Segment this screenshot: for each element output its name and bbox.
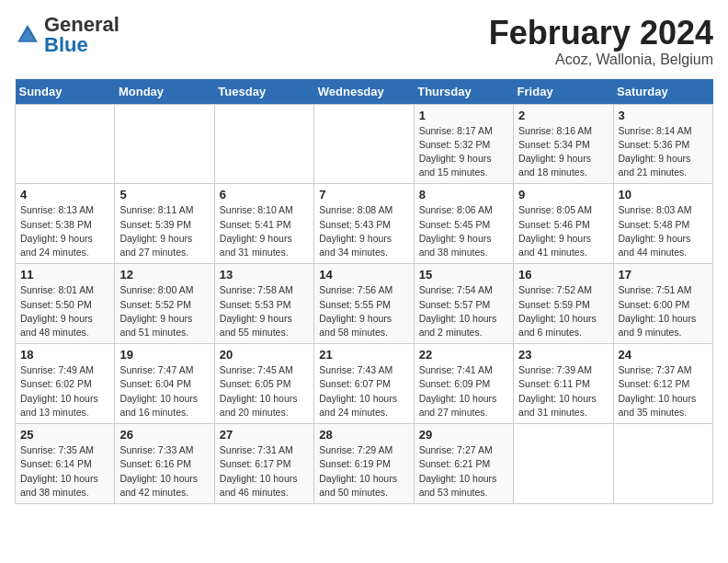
calendar-cell: 15Sunrise: 7:54 AM Sunset: 5:57 PM Dayli… bbox=[414, 264, 513, 344]
day-info: Sunrise: 7:56 AM Sunset: 5:55 PM Dayligh… bbox=[319, 283, 408, 339]
day-info: Sunrise: 7:33 AM Sunset: 6:16 PM Dayligh… bbox=[119, 443, 209, 500]
day-number: 24 bbox=[619, 348, 708, 362]
main-title: February 2024 bbox=[489, 15, 713, 52]
day-number: 16 bbox=[518, 268, 608, 282]
day-number: 9 bbox=[518, 188, 608, 201]
weekday-header: Wednesday bbox=[314, 79, 414, 105]
day-info: Sunrise: 7:52 AM Sunset: 5:59 PM Dayligh… bbox=[518, 283, 608, 339]
day-number: 11 bbox=[20, 268, 109, 282]
calendar-week-row: 25Sunrise: 7:35 AM Sunset: 6:14 PM Dayli… bbox=[16, 424, 713, 504]
weekday-header: Friday bbox=[514, 79, 613, 105]
calendar-cell: 7Sunrise: 8:08 AM Sunset: 5:43 PM Daylig… bbox=[314, 184, 414, 264]
logo-icon bbox=[15, 22, 40, 48]
calendar-cell: 3Sunrise: 8:14 AM Sunset: 5:36 PM Daylig… bbox=[613, 104, 712, 184]
calendar-cell bbox=[214, 104, 313, 184]
day-number: 12 bbox=[119, 268, 209, 282]
day-info: Sunrise: 7:35 AM Sunset: 6:14 PM Dayligh… bbox=[20, 443, 109, 500]
day-info: Sunrise: 8:05 AM Sunset: 5:46 PM Dayligh… bbox=[518, 203, 608, 259]
day-number: 8 bbox=[419, 188, 508, 201]
calendar-cell: 27Sunrise: 7:31 AM Sunset: 6:17 PM Dayli… bbox=[214, 424, 313, 504]
calendar-cell: 19Sunrise: 7:47 AM Sunset: 6:04 PM Dayli… bbox=[115, 344, 214, 424]
title-block: February 2024 Acoz, Wallonia, Belgium bbox=[489, 15, 713, 68]
calendar-week-row: 18Sunrise: 7:49 AM Sunset: 6:02 PM Dayli… bbox=[16, 344, 713, 424]
subtitle: Acoz, Wallonia, Belgium bbox=[489, 52, 713, 68]
calendar-cell: 6Sunrise: 8:10 AM Sunset: 5:41 PM Daylig… bbox=[214, 184, 313, 264]
calendar-week-row: 11Sunrise: 8:01 AM Sunset: 5:50 PM Dayli… bbox=[16, 264, 713, 344]
day-info: Sunrise: 7:43 AM Sunset: 6:07 PM Dayligh… bbox=[319, 363, 408, 419]
calendar-cell: 14Sunrise: 7:56 AM Sunset: 5:55 PM Dayli… bbox=[314, 264, 414, 344]
day-info: Sunrise: 8:00 AM Sunset: 5:52 PM Dayligh… bbox=[119, 283, 209, 339]
calendar-cell: 18Sunrise: 7:49 AM Sunset: 6:02 PM Dayli… bbox=[16, 344, 115, 424]
day-number: 2 bbox=[518, 109, 608, 122]
calendar-cell: 16Sunrise: 7:52 AM Sunset: 5:59 PM Dayli… bbox=[514, 264, 613, 344]
day-info: Sunrise: 7:49 AM Sunset: 6:02 PM Dayligh… bbox=[20, 363, 109, 419]
logo-blue: Blue bbox=[44, 33, 88, 56]
day-number: 29 bbox=[419, 428, 508, 442]
calendar-cell: 23Sunrise: 7:39 AM Sunset: 6:11 PM Dayli… bbox=[514, 344, 613, 424]
day-number: 10 bbox=[619, 188, 708, 201]
day-number: 27 bbox=[220, 428, 309, 442]
day-number: 20 bbox=[220, 348, 309, 362]
page-header: General Blue February 2024 Acoz, Walloni… bbox=[15, 15, 713, 68]
day-number: 14 bbox=[319, 268, 408, 282]
day-number: 26 bbox=[119, 428, 209, 442]
day-info: Sunrise: 8:06 AM Sunset: 5:45 PM Dayligh… bbox=[419, 203, 508, 259]
calendar-cell: 22Sunrise: 7:41 AM Sunset: 6:09 PM Dayli… bbox=[414, 344, 513, 424]
day-number: 13 bbox=[220, 268, 309, 282]
calendar-cell: 24Sunrise: 7:37 AM Sunset: 6:12 PM Dayli… bbox=[613, 344, 712, 424]
day-number: 25 bbox=[20, 428, 109, 442]
calendar-cell: 21Sunrise: 7:43 AM Sunset: 6:07 PM Dayli… bbox=[314, 344, 414, 424]
calendar-cell: 11Sunrise: 8:01 AM Sunset: 5:50 PM Dayli… bbox=[16, 264, 115, 344]
weekday-header-row: SundayMondayTuesdayWednesdayThursdayFrid… bbox=[16, 79, 713, 105]
day-info: Sunrise: 7:27 AM Sunset: 6:21 PM Dayligh… bbox=[419, 443, 508, 500]
day-info: Sunrise: 8:08 AM Sunset: 5:43 PM Dayligh… bbox=[319, 203, 408, 259]
calendar-cell: 8Sunrise: 8:06 AM Sunset: 5:45 PM Daylig… bbox=[414, 184, 513, 264]
calendar-week-row: 1Sunrise: 8:17 AM Sunset: 5:32 PM Daylig… bbox=[16, 104, 713, 184]
calendar-cell: 25Sunrise: 7:35 AM Sunset: 6:14 PM Dayli… bbox=[16, 424, 115, 504]
calendar-cell: 13Sunrise: 7:58 AM Sunset: 5:53 PM Dayli… bbox=[214, 264, 313, 344]
day-info: Sunrise: 7:51 AM Sunset: 6:00 PM Dayligh… bbox=[619, 283, 708, 339]
calendar-cell bbox=[314, 104, 414, 184]
day-number: 18 bbox=[20, 348, 109, 362]
day-info: Sunrise: 8:13 AM Sunset: 5:38 PM Dayligh… bbox=[20, 203, 109, 259]
logo: General Blue bbox=[15, 15, 119, 55]
weekday-header: Sunday bbox=[16, 79, 115, 105]
day-number: 5 bbox=[119, 188, 209, 201]
day-info: Sunrise: 8:14 AM Sunset: 5:36 PM Dayligh… bbox=[619, 124, 708, 180]
day-number: 21 bbox=[319, 348, 408, 362]
weekday-header: Monday bbox=[115, 79, 214, 105]
day-info: Sunrise: 7:45 AM Sunset: 6:05 PM Dayligh… bbox=[220, 363, 309, 419]
calendar-cell: 2Sunrise: 8:16 AM Sunset: 5:34 PM Daylig… bbox=[514, 104, 613, 184]
day-info: Sunrise: 8:01 AM Sunset: 5:50 PM Dayligh… bbox=[20, 283, 109, 339]
calendar-cell: 26Sunrise: 7:33 AM Sunset: 6:16 PM Dayli… bbox=[115, 424, 214, 504]
day-number: 6 bbox=[220, 188, 309, 201]
calendar-cell: 20Sunrise: 7:45 AM Sunset: 6:05 PM Dayli… bbox=[214, 344, 313, 424]
day-info: Sunrise: 7:47 AM Sunset: 6:04 PM Dayligh… bbox=[119, 363, 209, 419]
day-number: 28 bbox=[319, 428, 408, 442]
day-info: Sunrise: 8:10 AM Sunset: 5:41 PM Dayligh… bbox=[220, 203, 309, 259]
day-info: Sunrise: 7:29 AM Sunset: 6:19 PM Dayligh… bbox=[319, 443, 408, 500]
calendar-cell: 29Sunrise: 7:27 AM Sunset: 6:21 PM Dayli… bbox=[414, 424, 513, 504]
day-info: Sunrise: 7:31 AM Sunset: 6:17 PM Dayligh… bbox=[220, 443, 309, 500]
weekday-header: Saturday bbox=[613, 79, 712, 105]
calendar-cell: 12Sunrise: 8:00 AM Sunset: 5:52 PM Dayli… bbox=[115, 264, 214, 344]
day-info: Sunrise: 7:39 AM Sunset: 6:11 PM Dayligh… bbox=[518, 363, 608, 419]
logo-text: General Blue bbox=[44, 15, 119, 55]
calendar-cell bbox=[16, 104, 115, 184]
day-number: 7 bbox=[319, 188, 408, 201]
calendar-cell bbox=[514, 424, 613, 504]
day-info: Sunrise: 8:17 AM Sunset: 5:32 PM Dayligh… bbox=[419, 124, 508, 180]
day-info: Sunrise: 8:03 AM Sunset: 5:48 PM Dayligh… bbox=[619, 203, 708, 259]
day-number: 22 bbox=[419, 348, 508, 362]
calendar-cell: 5Sunrise: 8:11 AM Sunset: 5:39 PM Daylig… bbox=[115, 184, 214, 264]
calendar-table: SundayMondayTuesdayWednesdayThursdayFrid… bbox=[15, 79, 713, 504]
calendar-cell: 17Sunrise: 7:51 AM Sunset: 6:00 PM Dayli… bbox=[613, 264, 712, 344]
day-info: Sunrise: 7:37 AM Sunset: 6:12 PM Dayligh… bbox=[619, 363, 708, 419]
day-number: 3 bbox=[619, 109, 708, 122]
day-info: Sunrise: 8:16 AM Sunset: 5:34 PM Dayligh… bbox=[518, 124, 608, 180]
calendar-cell: 9Sunrise: 8:05 AM Sunset: 5:46 PM Daylig… bbox=[514, 184, 613, 264]
day-number: 19 bbox=[119, 348, 209, 362]
day-number: 4 bbox=[20, 188, 109, 201]
weekday-header: Thursday bbox=[414, 79, 513, 105]
day-number: 23 bbox=[518, 348, 608, 362]
